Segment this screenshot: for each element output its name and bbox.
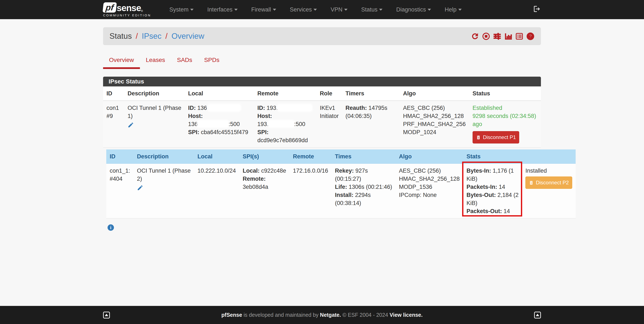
info-icon[interactable]: i bbox=[108, 224, 114, 231]
disconnect-p2-button[interactable]: Disconnect P2 bbox=[526, 176, 572, 189]
col-header-description: Description bbox=[124, 86, 185, 101]
phase2-header-row: ID Description Local SPI(s) Remote Times… bbox=[106, 149, 576, 164]
stop-service-icon[interactable] bbox=[482, 32, 490, 40]
refresh-icon[interactable] bbox=[471, 32, 479, 40]
phase1-table: ID Description Local Remote Role Timers … bbox=[103, 86, 541, 148]
nav-menu-help[interactable]: Help bbox=[438, 6, 468, 13]
edit-phase2-button[interactable] bbox=[137, 185, 190, 193]
redacted-text bbox=[278, 104, 312, 111]
breadcrumb: Status / IPsec / Overview bbox=[110, 32, 204, 41]
chevron-down-icon bbox=[190, 9, 194, 11]
col-header-id: ID bbox=[103, 86, 124, 101]
help-icon[interactable]: ? bbox=[526, 32, 534, 40]
top-navbar: pf sense ® COMMUNITY EDITION System Inte… bbox=[0, 0, 644, 19]
col-header-status: Status bbox=[469, 86, 541, 101]
col-header-algo: Algo bbox=[396, 149, 463, 164]
col-header-local: Local bbox=[185, 86, 254, 101]
phase1-header-row: ID Description Local Remote Role Timers … bbox=[103, 86, 541, 101]
page-action-icons: ? bbox=[471, 32, 534, 40]
nav-menu-system[interactable]: System bbox=[163, 6, 200, 13]
chevron-down-icon bbox=[428, 9, 431, 11]
chevron-down-icon bbox=[273, 9, 276, 11]
p2-remote-cell: 172.16.0.0/16 bbox=[290, 164, 332, 218]
disconnect-p1-button[interactable]: Disconnect P1 bbox=[472, 131, 520, 143]
tab-overview[interactable]: Overview bbox=[103, 52, 140, 69]
status-log-icon[interactable] bbox=[515, 32, 524, 40]
pencil-icon bbox=[128, 122, 134, 128]
breadcrumb-section: Status bbox=[110, 32, 132, 40]
phase2-row: con1_1: #404 OCI Tunnel 1 (Phase 2) 10.2… bbox=[106, 164, 576, 218]
registered-mark: ® bbox=[141, 9, 143, 12]
p1-timers-cell: Reauth: 14795s (04:06:35) bbox=[342, 101, 400, 148]
scroll-to-top-right-button[interactable] bbox=[534, 312, 541, 319]
breadcrumb-link-ipsec[interactable]: IPsec bbox=[142, 32, 162, 40]
footer-brand: pfSense bbox=[222, 312, 242, 318]
trash-icon bbox=[529, 180, 534, 185]
ipsec-status-panel: IPsec Status ID Description Local Remote… bbox=[103, 77, 541, 218]
panel-title: IPsec Status bbox=[103, 77, 541, 86]
p2-algo-cell: AES_CBC (256) HMAC_SHA2_256_128 MODP_153… bbox=[396, 164, 463, 218]
col-header-timers: Timers bbox=[342, 86, 400, 101]
breadcrumb-separator: / bbox=[164, 32, 169, 40]
p2-description-cell: OCI Tunnel 1 (Phase 2) bbox=[134, 164, 194, 218]
col-header-spis: SPI(s) bbox=[239, 149, 290, 164]
p2-id-cell: con1_1: #404 bbox=[106, 164, 134, 218]
arrow-up-icon bbox=[536, 314, 539, 316]
p1-description-cell: OCI Tunnel 1 (Phase 1) bbox=[124, 101, 185, 148]
redacted-text bbox=[208, 104, 240, 111]
nav-menu-interfaces[interactable]: Interfaces bbox=[201, 6, 244, 13]
arrow-up-icon bbox=[105, 314, 108, 316]
nav-menus: System Interfaces Firewall Services VPN … bbox=[163, 6, 533, 13]
redacted-text bbox=[198, 121, 228, 127]
p2-local-cell: 10.222.10.0/24 bbox=[194, 164, 239, 218]
nav-menu-vpn[interactable]: VPN bbox=[324, 6, 354, 13]
brand-sense-text: sense bbox=[117, 3, 141, 12]
sign-out-icon bbox=[533, 5, 541, 13]
edit-phase1-button[interactable] bbox=[128, 122, 181, 130]
p2-status-cell: Installed Disconnect P2 bbox=[522, 164, 576, 218]
tab-sads[interactable]: SADs bbox=[171, 52, 198, 69]
scroll-to-top-left-button[interactable] bbox=[103, 312, 110, 319]
nav-menu-firewall[interactable]: Firewall bbox=[245, 6, 282, 13]
logout-button[interactable] bbox=[533, 5, 541, 14]
svg-text:?: ? bbox=[529, 33, 532, 39]
chevron-down-icon bbox=[234, 9, 238, 11]
p2-spi-cell: Local: c922c48e Remote: 3eb08d4a bbox=[239, 164, 290, 218]
pf-logo-tile: pf bbox=[102, 2, 117, 12]
p1-role-cell: IKEv1 Initiator bbox=[316, 101, 342, 148]
brand-edition-text: COMMUNITY EDITION bbox=[103, 13, 151, 17]
netgate-link[interactable]: Netgate. bbox=[320, 312, 341, 318]
traffic-graph-icon[interactable] bbox=[504, 32, 512, 40]
page-footer: pfSense is developed and maintained by N… bbox=[0, 306, 644, 324]
breadcrumb-bar: Status / IPsec / Overview ? bbox=[103, 27, 541, 45]
view-license-link[interactable]: View license. bbox=[390, 312, 422, 318]
col-header-remote: Remote bbox=[254, 86, 316, 101]
filter-sliders-icon[interactable] bbox=[493, 32, 501, 40]
chevron-down-icon bbox=[458, 9, 462, 11]
status-installed: Installed bbox=[526, 167, 572, 175]
col-header-id: ID bbox=[106, 149, 134, 164]
p1-remote-cell: ID: 193. Host: 193.:500 SPI: dcd9e9c7eb8… bbox=[254, 101, 316, 148]
tab-leases[interactable]: Leases bbox=[140, 52, 171, 69]
p1-status-cell: Established 9298 seconds (02:34:58) ago … bbox=[469, 101, 541, 148]
chevron-down-icon bbox=[344, 9, 348, 11]
p1-algo-cell: AES_CBC (256) HMAC_SHA2_256_128 PRF_HMAC… bbox=[400, 101, 469, 148]
phase2-table: ID Description Local SPI(s) Remote Times… bbox=[106, 149, 576, 218]
col-header-blank bbox=[522, 149, 576, 164]
pfsense-logo[interactable]: pf sense ® COMMUNITY EDITION bbox=[103, 2, 151, 17]
nav-menu-status[interactable]: Status bbox=[355, 6, 389, 13]
col-header-algo: Algo bbox=[400, 86, 469, 101]
breadcrumb-link-overview[interactable]: Overview bbox=[172, 32, 204, 40]
ipsec-tabs: Overview Leases SADs SPDs bbox=[103, 52, 541, 69]
tab-spds[interactable]: SPDs bbox=[198, 52, 226, 69]
page-content: Status / IPsec / Overview ? Overview Lea… bbox=[0, 19, 644, 306]
footer-text: pfSense is developed and maintained by N… bbox=[110, 312, 534, 318]
chevron-down-icon bbox=[379, 9, 382, 11]
nav-menu-diagnostics[interactable]: Diagnostics bbox=[390, 6, 438, 13]
p1-id-cell: con1 #9 bbox=[103, 101, 124, 148]
status-established: Established bbox=[472, 104, 538, 112]
nav-menu-services[interactable]: Services bbox=[284, 6, 324, 13]
p1-local-cell: ID: 136 Host: 136:500 SPI: cba64fc45515f… bbox=[185, 101, 254, 148]
col-header-stats: Stats bbox=[463, 149, 522, 164]
breadcrumb-separator: / bbox=[134, 32, 140, 40]
